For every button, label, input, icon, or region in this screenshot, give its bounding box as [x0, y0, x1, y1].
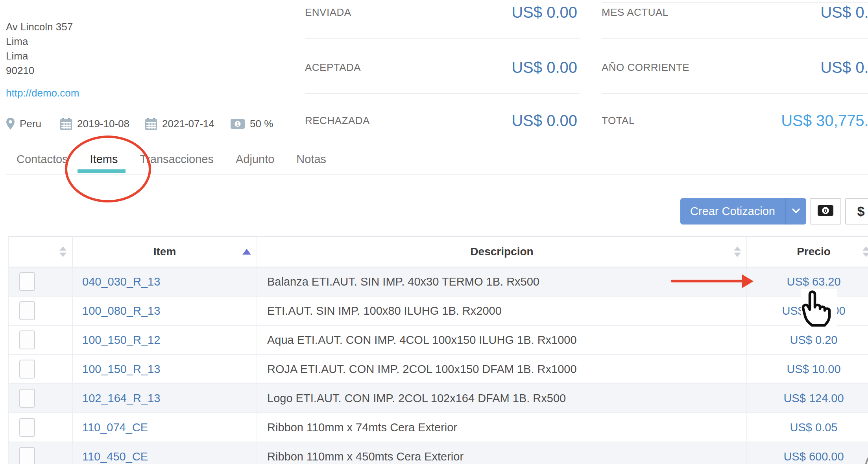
- stat-rechazada: RECHAZADA US$ 0.00: [305, 110, 577, 131]
- stat-mes-actual: MES ACTUAL US$ 0.00: [602, 2, 868, 22]
- item-link[interactable]: 100_080_R_13: [73, 297, 257, 325]
- page: Av Lincoln 357 Lima Lima 90210 http://de…: [0, 0, 868, 464]
- select-cell: [9, 355, 73, 383]
- stat-label: MES ACTUAL: [602, 6, 669, 19]
- items-table: Item Descripcion Precio 040_030_R_13 Bal…: [8, 236, 868, 464]
- pointer-hand-cursor-icon: [798, 285, 840, 331]
- row-checkbox[interactable]: [19, 330, 35, 349]
- item-link[interactable]: 100_150_R_13: [73, 355, 257, 383]
- stat-enviada: ENVIADA US$ 0.00: [305, 2, 577, 22]
- select-cell: [9, 442, 73, 464]
- header-item-label: Item: [153, 245, 176, 258]
- table-row: 100_150_R_13 ROJA ETI.AUT. CON IMP. 2COL…: [9, 355, 868, 384]
- stat-ano-corriente: AÑO CORRIENTE US$ 0.00: [602, 57, 868, 78]
- divider: [305, 93, 580, 94]
- table-row: 110_074_CE Ribbon 110mm x 74mts Cera Ext…: [9, 413, 868, 442]
- stat-value: US$ 0.00: [512, 112, 577, 130]
- sort-arrows-icon: [59, 247, 66, 257]
- select-cell: [9, 413, 73, 442]
- row-checkbox[interactable]: [19, 389, 35, 408]
- money-button[interactable]: 0: [810, 198, 841, 225]
- tab-notas[interactable]: Notas: [296, 153, 326, 166]
- svg-text:1: 1: [236, 121, 239, 127]
- banknote-icon: 1: [230, 119, 245, 129]
- address-line: Lima: [6, 34, 73, 49]
- item-description: ETI.AUT. SIN IMP. 100x80 ILUHG 1B. Rx200…: [257, 297, 747, 325]
- item-description: Ribbon 110mm x 74mts Cera Exterior: [257, 413, 747, 442]
- item-link[interactable]: 040_030_R_13: [73, 267, 257, 296]
- item-price[interactable]: US$ 600.00: [747, 442, 868, 464]
- website-link[interactable]: http://demo.com: [6, 87, 79, 99]
- red-arrow-annotation: [671, 280, 742, 282]
- divider: [602, 38, 868, 39]
- header-descripcion-label: Descripcion: [470, 245, 533, 258]
- red-arrow-head: [742, 274, 753, 288]
- select-cell: [9, 384, 73, 412]
- stat-label: ENVIADA: [305, 6, 351, 19]
- create-quote-dropdown-toggle[interactable]: [785, 198, 806, 225]
- percentage-group: 1 50 %: [230, 117, 273, 131]
- stat-label: ACEPTADA: [305, 61, 361, 74]
- stat-value: US$ 0.00: [820, 59, 868, 76]
- item-link[interactable]: 110_450_CE: [73, 442, 257, 464]
- tabs-divider: [6, 174, 868, 175]
- select-cell: [9, 297, 73, 325]
- start-date-label: 2019-10-08: [77, 118, 129, 130]
- tab-transacciones[interactable]: Transacciones: [140, 153, 214, 166]
- item-link[interactable]: 102_164_R_13: [73, 384, 257, 412]
- banknote-icon: 0: [817, 204, 834, 218]
- row-checkbox[interactable]: [19, 447, 35, 464]
- stat-label: AÑO CORRIENTE: [602, 61, 689, 74]
- create-quote-button[interactable]: Crear Cotizacion: [680, 198, 785, 225]
- map-pin-icon: [6, 117, 15, 130]
- active-tab-underline: [78, 169, 126, 173]
- stat-aceptada: ACEPTADA US$ 0.00: [305, 57, 577, 78]
- row-checkbox[interactable]: [19, 360, 35, 379]
- header-descripcion[interactable]: Descripcion: [257, 237, 747, 267]
- item-price[interactable]: US$ 0.05: [747, 413, 868, 442]
- tab-adjunto[interactable]: Adjunto: [236, 153, 274, 166]
- end-date-label: 2021-07-14: [162, 118, 214, 130]
- header-precio-label: Precio: [797, 245, 831, 258]
- item-price[interactable]: US$ 10.00: [747, 355, 868, 383]
- row-checkbox[interactable]: [19, 272, 35, 291]
- divider: [305, 38, 580, 39]
- stat-value: US$ 0.00: [820, 4, 868, 21]
- dollar-button[interactable]: $: [845, 198, 868, 225]
- red-circle-annotation: [65, 135, 151, 202]
- stat-value: US$ 30,775.13: [781, 112, 868, 130]
- item-link[interactable]: 110_074_CE: [73, 413, 257, 442]
- tab-items[interactable]: Items: [90, 153, 118, 166]
- location-group: Peru: [6, 117, 41, 131]
- sort-asc-icon: [242, 249, 251, 255]
- header-select-column[interactable]: [9, 237, 73, 267]
- header-precio[interactable]: Precio: [747, 237, 868, 267]
- item-link[interactable]: 100_150_R_12: [73, 326, 257, 354]
- select-cell: [9, 326, 73, 354]
- address-block: Av Lincoln 357 Lima Lima 90210: [6, 20, 73, 78]
- chevron-down-icon: [791, 208, 801, 215]
- tab-bar: Contactos Items Transacciones Adjunto No…: [17, 153, 326, 166]
- address-line: Av Lincoln 357: [6, 20, 73, 34]
- item-description: Ribbon 110mm x 450mts Cera Exterior: [257, 442, 747, 464]
- start-date-group: 2019-10-08: [60, 117, 129, 131]
- stat-total: TOTAL US$ 30,775.13: [602, 110, 868, 131]
- item-description: ROJA ETI.AUT. CON IMP. 2COL 100x150 DFAM…: [257, 355, 747, 383]
- calendar-icon: [145, 117, 157, 130]
- row-checkbox[interactable]: [19, 418, 35, 437]
- item-price[interactable]: US$ 124.00: [747, 384, 868, 412]
- stat-label: TOTAL: [602, 115, 635, 127]
- tab-contactos[interactable]: Contactos: [17, 153, 68, 166]
- svg-text:0: 0: [824, 208, 827, 214]
- sort-arrows-icon: [862, 247, 868, 257]
- row-checkbox[interactable]: [19, 301, 35, 320]
- table-row: 102_164_R_13 Logo ETI.AUT. CON IMP. 2COL…: [9, 384, 868, 413]
- item-description: Aqua ETI.AUT. CON IMP. 4COL 100x150 ILUH…: [257, 326, 747, 354]
- dollar-icon: $: [857, 204, 865, 219]
- stat-value: US$ 0.00: [512, 59, 577, 76]
- end-date-group: 2021-07-14: [145, 117, 214, 131]
- select-cell: [9, 267, 73, 296]
- item-description: Logo ETI.AUT. CON IMP. 2COL 102x164 DFAM…: [257, 384, 747, 412]
- address-line: 90210: [6, 63, 73, 78]
- header-item[interactable]: Item: [73, 237, 257, 267]
